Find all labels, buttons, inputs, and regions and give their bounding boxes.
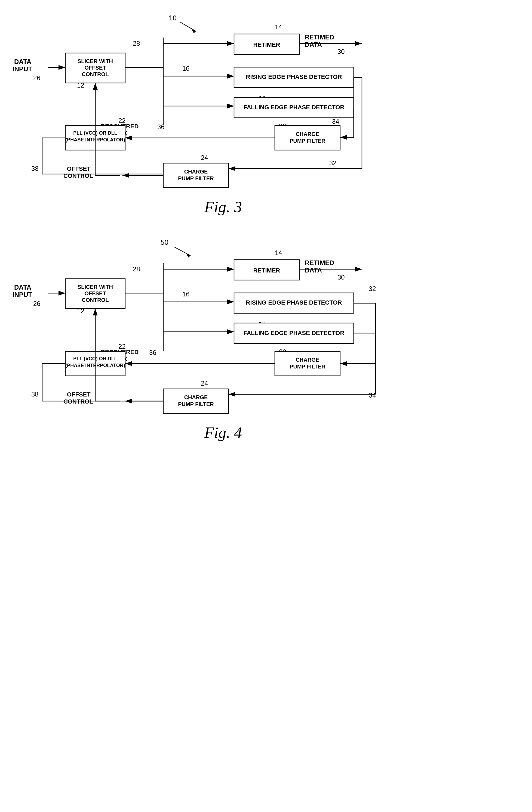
falling-edge-label-fig4: FALLING EDGE PHASE DETECTOR [243, 330, 344, 336]
svg-line-0 [180, 22, 196, 31]
ref-10: 10 [169, 14, 177, 22]
ref-36-fig3: 36 [157, 123, 165, 131]
data-input-label2-fig4: INPUT [13, 291, 32, 298]
offset-control-label2-fig4: CONTROL [64, 398, 93, 405]
ref-22-fig4: 22 [118, 343, 126, 350]
slicer-label3-fig4: CONTROL [82, 297, 109, 303]
diagram-container: 10 DATA INPUT 26 SLICER WITH OFFSET CONT… [0, 0, 532, 812]
ref-38-fig3: 38 [31, 165, 39, 172]
fig4-label: Fig. 4 [204, 424, 242, 441]
slicer-label3-fig3: CONTROL [82, 71, 109, 77]
retimed-data-label-fig3: RETIMED [305, 33, 334, 41]
retimed-data-label2-fig4: DATA [305, 266, 322, 274]
ref-14-fig4: 14 [275, 249, 282, 257]
ref-26-fig3: 26 [33, 74, 41, 82]
charge-pump-top-label1-fig3: CHARGE [296, 131, 320, 137]
offset-control-label-fig4: OFFSET [67, 391, 90, 398]
ref-38-fig4: 38 [31, 391, 39, 398]
ref-24-fig4: 24 [201, 380, 208, 387]
ref-12-fig3: 12 [77, 82, 84, 89]
diagram-svg: 10 DATA INPUT 26 SLICER WITH OFFSET CONT… [0, 0, 532, 812]
offset-control-label-fig3: OFFSET [67, 165, 90, 172]
charge-pump-bot-label1-fig3: CHARGE [184, 169, 208, 175]
ref-26-fig4: 26 [33, 300, 41, 307]
retimer-label-fig4: RETIMER [253, 267, 280, 274]
ref-28-fig4: 28 [133, 265, 140, 273]
ref-14-fig3: 14 [275, 24, 282, 31]
ref-32-fig3: 32 [329, 159, 337, 167]
data-input-label2-fig3: INPUT [13, 65, 32, 73]
slicer-label1-fig3: SLICER WITH [78, 58, 113, 64]
charge-pump-bot-label2-fig4: PUMP FILTER [178, 401, 214, 407]
fig3-label: Fig. 3 [204, 198, 242, 216]
charge-pump-bot-label2-fig3: PUMP FILTER [178, 175, 214, 182]
ref-12-fig4: 12 [77, 307, 84, 315]
svg-line-25 [174, 247, 191, 256]
retimer-label-fig3: RETIMER [253, 41, 280, 48]
charge-pump-bot-label1-fig4: CHARGE [184, 394, 208, 400]
ref-34-fig3: 34 [332, 118, 339, 125]
data-input-label-fig3: DATA [14, 58, 31, 65]
ref-16-fig4: 16 [182, 290, 190, 298]
falling-edge-label-fig3: FALLING EDGE PHASE DETECTOR [243, 104, 344, 111]
charge-pump-top-label2-fig4: PUMP FILTER [290, 364, 325, 369]
offset-control-label2-fig3: CONTROL [64, 172, 93, 179]
ref-24-fig3: 24 [201, 154, 208, 161]
charge-pump-top-label1-fig4: CHARGE [296, 357, 320, 363]
slicer-label1-fig4: SLICER WITH [78, 284, 113, 290]
retimed-data-label-fig4: RETIMED [305, 259, 334, 266]
ref-22-fig3: 22 [118, 117, 126, 124]
rising-edge-label-fig4: RISING EDGE PHASE DETECTOR [246, 299, 342, 306]
ref-28-fig3: 28 [133, 40, 140, 47]
data-input-label-fig4: DATA [14, 284, 31, 291]
ref-50: 50 [160, 238, 168, 246]
ref-16-fig3: 16 [182, 65, 190, 72]
slicer-label2-fig3: OFFSET [85, 65, 106, 71]
retimed-data-label2-fig3: DATA [305, 41, 322, 48]
ref-34-fig4: 34 [369, 392, 376, 399]
ref-32-fig4: 32 [369, 285, 376, 292]
slicer-label2-fig4: OFFSET [85, 290, 106, 296]
ref-30-fig3: 30 [337, 48, 345, 55]
charge-pump-top-label2-fig3: PUMP FILTER [290, 138, 325, 144]
ref-30-fig4: 30 [337, 274, 345, 281]
ref-36-fig4: 36 [149, 349, 156, 356]
rising-edge-label-fig3: RISING EDGE PHASE DETECTOR [246, 73, 342, 80]
